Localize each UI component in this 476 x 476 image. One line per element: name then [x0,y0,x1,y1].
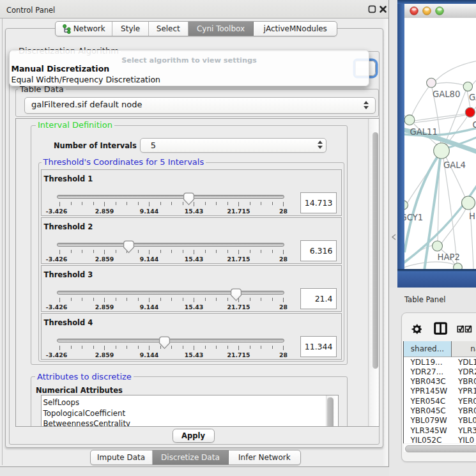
table-cell-name[interactable]: YDR2 [458,367,476,377]
slider-minor-tick [272,250,273,253]
tab-infer-network[interactable]: Infer Network [229,450,300,465]
table-cell-shared-name[interactable]: YBL079W [411,416,447,426]
tab-style[interactable]: Style [112,22,149,36]
tab-network[interactable]: Network [56,22,112,36]
tab-impute-data[interactable]: Impute Data [91,450,153,465]
table-cell-name[interactable]: YPR1 [458,387,476,396]
threshold-value-field[interactable]: 21.4 [300,288,337,309]
table-cell-name[interactable]: YBR0 [458,377,476,387]
table-hscrollbar-thumb[interactable] [405,445,476,453]
network-node-h[interactable] [462,196,475,210]
network-edge[interactable] [415,114,466,121]
table-cell-name[interactable]: YLR3 [458,426,476,436]
slider-minor-tick [71,298,72,301]
slider-thumb[interactable] [230,288,242,302]
network-edge[interactable] [472,79,476,85]
vertical-scrollbar-thumb[interactable] [372,132,378,369]
network-node-gal11[interactable] [404,115,415,125]
network-node-gal80[interactable] [427,78,436,88]
table-cell-name[interactable]: YIL0 [458,436,474,443]
dropdown-option-manual[interactable]: Manual Discretization [12,64,110,73]
network-node-gal4[interactable] [434,143,450,159]
tab-select[interactable]: Select [149,22,188,36]
close-window-icon[interactable] [379,5,387,13]
tab-label: Discretize Data [161,453,220,462]
traffic-light-buttons[interactable] [410,6,449,15]
table-cell-shared-name[interactable]: YBR043C [411,377,446,387]
slider-minor-tick [82,202,82,205]
table-cell-shared-name[interactable]: YIL052C [411,436,442,443]
table-cell-shared-name[interactable]: YPR145W [411,387,448,396]
network-edge[interactable] [414,115,466,123]
slider-major-tick [59,250,60,254]
network-node-cd[interactable] [465,107,475,117]
network-node[interactable] [454,263,463,269]
network-node-label: GAL4 [443,160,466,170]
slider-tick-label: 28 [279,351,288,358]
attribute-list-item[interactable]: TopologicalCoefficient [43,409,126,418]
node-table[interactable]: shared... name YDL19...YDL1YDR27...YDR2Y… [403,341,476,443]
table-cell-name[interactable]: YBL0 [458,416,476,426]
network-edge[interactable] [436,61,476,81]
table-header-name[interactable]: name [452,341,476,357]
network-edge[interactable] [404,262,454,268]
table-cell-shared-name[interactable]: YER054C [411,397,446,406]
threshold-label: Threshold 4 [44,318,93,327]
tab-jactivemnodules[interactable]: jActiveMNodules [254,22,337,36]
table-data-combobox[interactable]: galFiltered.sif default node [24,97,376,114]
network-edge[interactable] [445,91,466,144]
network-node-ga[interactable] [463,82,472,91]
network-window-titlebar[interactable] [404,4,476,19]
slider-minor-tick [160,250,161,253]
slider-minor-tick [227,298,228,301]
slider-track[interactable] [57,291,284,295]
slider-minor-tick [216,202,217,205]
column-settings-icon[interactable] [434,322,447,335]
slider-minor-tick [205,346,206,349]
slider-thumb[interactable] [183,192,195,206]
network-edge[interactable] [436,83,463,85]
control-panel-titlebar[interactable]: Control Panel [0,0,388,19]
attribute-list-item[interactable]: SelfLoops [43,398,80,407]
dropdown-prompt-item[interactable]: Select algorithm to view settings [10,56,369,65]
gear-icon[interactable] [411,324,422,334]
number-of-intervals-combobox[interactable]: 5 [140,138,327,153]
threshold-value-field[interactable]: 14.713 [300,192,337,213]
slider-major-tick [149,250,150,254]
slider-track[interactable] [57,243,284,247]
slider-major-tick [104,250,105,254]
table-cell-shared-name[interactable]: YDR27... [411,367,444,377]
tab-discretize-data[interactable]: Discretize Data [153,450,229,465]
dropdown-option-equal-width[interactable]: Equal Width/Frequency Discretization [12,75,161,84]
split-divider-arrow-icon[interactable] [391,234,396,240]
table-cell-shared-name[interactable]: YBR045C [411,406,446,416]
tab-cyni-toolbox[interactable]: Cyni Toolbox [188,22,254,36]
attribute-list-item[interactable]: BetweennessCentrality [43,419,130,427]
table-cell-name[interactable]: YDL1 [458,358,476,367]
select-all-checkbox-icon[interactable] [457,325,473,333]
threshold-value-field[interactable]: 6.316 [300,240,337,261]
slider-tick-label: 2.859 [95,351,114,358]
table-cell-shared-name[interactable]: YLR345W [411,426,447,436]
numerical-attributes-list[interactable]: SelfLoopsTopologicalCoefficientBetweenne… [41,395,339,427]
table-header-shared[interactable]: shared... [404,341,452,357]
threshold-value-field[interactable]: 11.344 [300,336,337,357]
network-node-hap2[interactable] [433,241,443,251]
network-canvas[interactable]: GAL80GACDGAL11GAL4GCY1HHAP2 [404,18,476,269]
network-edge[interactable] [443,158,457,263]
list-scrollbar-thumb[interactable] [327,397,334,427]
slider-minor-tick [250,298,250,301]
slider-thumb[interactable] [123,240,135,254]
slider-thumb[interactable] [158,336,171,349]
table-cell-name[interactable]: YBR0 [458,406,476,416]
float-window-icon[interactable] [368,5,376,13]
table-cell-shared-name[interactable]: YDL19... [411,358,443,367]
slider-track[interactable] [57,195,284,199]
network-edge[interactable] [411,87,429,116]
slider-minor-tick [183,346,183,349]
slider-major-tick [238,346,239,350]
network-node-gcy1[interactable] [404,201,408,210]
network-window-frame-bottom [397,269,476,288]
apply-button[interactable]: Apply [173,429,215,443]
table-cell-name[interactable]: YER0 [458,397,476,406]
